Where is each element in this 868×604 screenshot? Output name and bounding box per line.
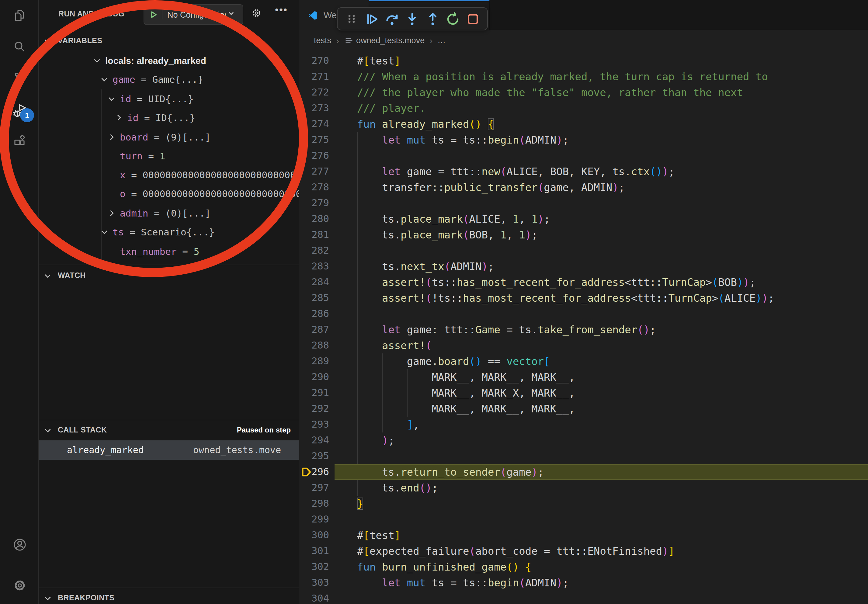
code-line[interactable]: 297 ts.end(); [299,480,868,496]
code-line[interactable]: 284 assert!(ts::has_most_recent_for_addr… [299,274,868,290]
code-line[interactable]: 270#[test] [299,53,868,69]
code-line[interactable]: 296 ts.return_to_sender(game); [299,464,868,480]
line-number[interactable]: 301 [299,543,335,559]
line-number[interactable]: 298 [299,496,335,511]
breadcrumb-item[interactable]: … [437,36,446,45]
step-out-button[interactable] [425,11,441,27]
code-line[interactable]: 289 game.board() == vector[ [299,353,868,369]
chevron-down-icon[interactable] [100,228,110,237]
step-into-button[interactable] [405,11,420,27]
code-line[interactable]: 295 [299,448,868,464]
code-line[interactable]: 301#[expected_failure(abort_code = ttt::… [299,543,868,559]
code-line[interactable]: 292 MARK__, MARK__, MARK__, [299,401,868,417]
section-header-variables[interactable]: VARIABLES [39,32,299,50]
code-line[interactable]: 279 [299,195,868,211]
line-number[interactable]: 276 [299,148,335,164]
breadcrumb-item[interactable]: owned_tests.move [344,36,425,45]
drag-handle-icon[interactable] [344,11,360,27]
line-number[interactable]: 294 [299,432,335,448]
line-number[interactable]: 295 [299,448,335,464]
code-line[interactable]: 302fun burn_unfinished_game() { [299,559,868,575]
line-number[interactable]: 279 [299,195,335,211]
code-line[interactable]: 280 ts.place_mark(ALICE, 1, 1); [299,211,868,227]
code-line[interactable]: 275 let mut ts = ts::begin(ADMIN); [299,132,868,148]
variable-row[interactable]: o = 0000000000000000000000000000000… [39,184,299,203]
code-line[interactable]: 276 [299,148,868,164]
code-line[interactable]: 293 ], [299,417,868,432]
chevron-right-icon[interactable] [107,209,117,218]
stop-button[interactable] [465,11,481,27]
step-over-button[interactable] [384,11,400,27]
more-actions-icon[interactable]: ••• [275,4,288,16]
code-line[interactable]: 288 assert!( [299,338,868,353]
line-number[interactable]: 290 [299,369,335,385]
restart-button[interactable] [445,11,461,27]
line-number[interactable]: 275 [299,132,335,148]
variable-row[interactable]: board = (9)[...] [39,128,299,147]
line-number[interactable]: 287 [299,322,335,338]
line-number[interactable]: 289 [299,353,335,369]
code-line[interactable]: 299 [299,511,868,527]
start-debugging-icon[interactable] [144,10,163,19]
line-number[interactable]: 274 [299,116,335,132]
line-number[interactable]: 286 [299,306,335,322]
variable-row[interactable]: ts = Scenario{...} [39,223,299,242]
line-number[interactable]: 278 [299,180,335,195]
line-number[interactable]: 292 [299,401,335,417]
section-header-watch[interactable]: WATCH [39,266,299,285]
code-line[interactable]: 278 transfer::public_transfer(game, ADMI… [299,180,868,195]
code-line[interactable]: 298} [299,496,868,511]
line-number[interactable]: 282 [299,243,335,259]
section-header-call-stack[interactable]: CALL STACK Paused on step [39,421,299,439]
chevron-down-icon[interactable] [107,94,117,104]
code-line[interactable]: 271/// When a position is already marked… [299,69,868,85]
line-number[interactable]: 273 [299,101,335,116]
line-number[interactable]: 300 [299,527,335,543]
chevron-right-icon[interactable] [114,113,124,122]
call-stack-frame[interactable]: already_marked owned_tests.move [39,440,299,460]
variables-scope-row[interactable]: locals: already_marked [39,51,299,70]
line-number[interactable]: 283 [299,259,335,274]
code-line[interactable]: 274fun already_marked() { [299,116,868,132]
line-number[interactable]: 280 [299,211,335,227]
code-line[interactable]: 286 [299,306,868,322]
line-number[interactable]: 302 [299,559,335,575]
variable-row[interactable]: admin = (0)[...] [39,204,299,223]
variable-row[interactable]: game = Game{...} [39,70,299,89]
code-line[interactable]: 290 MARK__, MARK__, MARK__, [299,369,868,385]
code-line[interactable]: 303 let mut ts = ts::begin(ADMIN); [299,575,868,591]
code-line[interactable]: 277 let game = ttt::new(ALICE, BOB, KEY,… [299,164,868,180]
debug-config-dropdown[interactable]: No Configurations [144,4,243,25]
variable-row[interactable]: txn_number = 5 [39,242,299,261]
section-header-breakpoints[interactable]: BREAKPOINTS [39,589,299,604]
line-number[interactable]: 271 [299,69,335,85]
debug-settings-gear-icon[interactable] [251,7,262,21]
source-control-icon[interactable] [0,64,39,93]
line-number[interactable]: 291 [299,385,335,401]
line-number[interactable]: 277 [299,164,335,180]
code-line[interactable]: 291 MARK__, MARK_X, MARK__, [299,385,868,401]
code-line[interactable]: 287 let game: ttt::Game = ts.take_from_s… [299,322,868,338]
line-number[interactable]: 299 [299,511,335,527]
line-number[interactable]: 272 [299,85,335,101]
line-number[interactable]: 303 [299,575,335,591]
code-line[interactable]: 300#[test] [299,527,868,543]
chevron-down-icon[interactable] [93,56,102,65]
code-line[interactable]: 304 [299,591,868,604]
extensions-icon[interactable] [0,125,39,155]
chevron-down-icon[interactable] [100,75,110,84]
line-number[interactable]: 297 [299,480,335,496]
line-number[interactable]: 281 [299,227,335,243]
code-line[interactable]: 282 [299,243,868,259]
explorer-icon[interactable] [0,1,39,30]
code-line[interactable]: 294 ); [299,432,868,448]
code-line[interactable]: 285 assert!(!ts::has_most_recent_for_add… [299,290,868,306]
line-number[interactable]: 304 [299,591,335,604]
code-line[interactable]: 281 ts.place_mark(BOB, 1, 1); [299,227,868,243]
chevron-right-icon[interactable] [107,133,117,142]
variable-row[interactable]: id = UID{...} [39,90,299,108]
code-line[interactable]: 283 ts.next_tx(ADMIN); [299,259,868,274]
search-icon[interactable] [0,32,39,62]
settings-gear-icon[interactable] [0,570,39,600]
breadcrumb-item[interactable]: tests [314,36,331,45]
